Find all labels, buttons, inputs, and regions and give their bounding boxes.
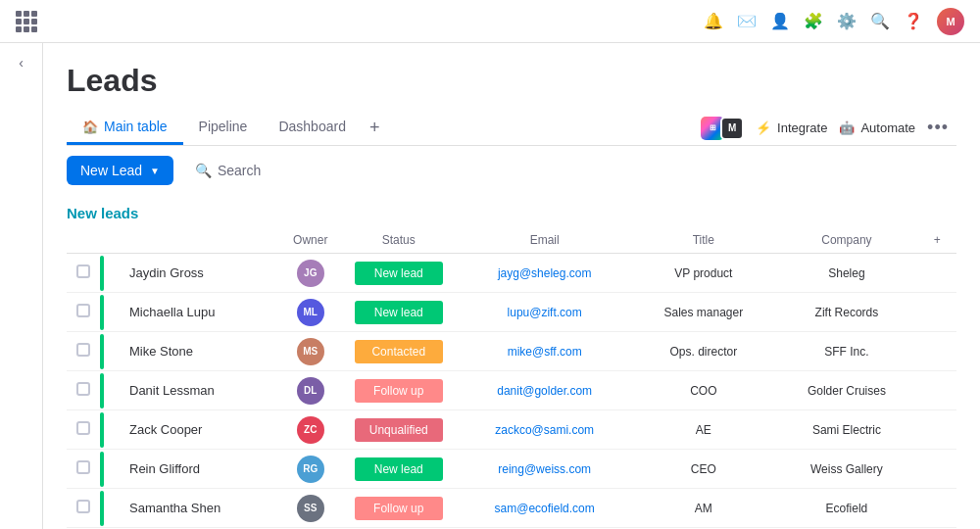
row-status[interactable]: Follow up [340, 371, 458, 410]
row-status[interactable]: Unqualified [340, 410, 458, 450]
row-status[interactable]: New lead [340, 293, 458, 332]
tab-pipeline[interactable]: Pipeline [183, 111, 264, 145]
checkbox-0[interactable] [76, 264, 90, 278]
row-checkbox[interactable] [67, 410, 100, 450]
search-nav-icon[interactable]: 🔍 [870, 12, 890, 30]
checkbox-5[interactable] [76, 460, 90, 474]
row-status[interactable]: New lead [340, 254, 458, 293]
row-status[interactable]: Contacted [340, 332, 458, 371]
page: Leads 🏠 Main table Pipeline Dashboard + [43, 43, 980, 529]
tab-dashboard[interactable]: Dashboard [263, 111, 362, 145]
owner-avatar: ZC [297, 416, 324, 444]
row-checkbox[interactable] [67, 489, 100, 528]
row-checkbox[interactable] [67, 254, 100, 293]
col-checkbox [67, 227, 100, 254]
row-email[interactable]: reing@weiss.com [458, 450, 632, 489]
row-name: Michaella Lupu [120, 293, 281, 332]
row-company: Ecofield [775, 489, 918, 528]
row-email[interactable]: zackco@sami.com [458, 410, 632, 450]
row-company: Sami Electric [775, 410, 918, 450]
user-add-icon[interactable]: 👤 [770, 12, 790, 30]
top-nav: 🔔 ✉️ 👤 🧩 ⚙️ 🔍 ❓ M [0, 0, 980, 43]
page-title: Leads [67, 63, 956, 99]
more-options-button[interactable]: ••• [927, 118, 949, 138]
nav-left [16, 11, 37, 32]
table-row[interactable]: Zack Cooper ZC Unqualified zackco@sami.c… [67, 410, 956, 450]
crm-icon: M [720, 117, 744, 140]
row-add [918, 254, 956, 293]
row-email[interactable]: lupu@zift.com [458, 293, 632, 332]
checkbox-3[interactable] [76, 382, 90, 396]
row-color-bar [100, 450, 120, 489]
table-row[interactable]: Jaydin Gross JG New lead jayg@sheleg.com… [67, 254, 956, 293]
row-name: Zack Cooper [120, 410, 281, 450]
row-name: Danit Lessman [120, 371, 281, 410]
puzzle-icon[interactable]: 🧩 [804, 12, 823, 30]
status-badge[interactable]: Unqualified [355, 418, 443, 442]
col-add[interactable]: + [918, 227, 956, 254]
col-color [100, 227, 120, 254]
automate-button[interactable]: 🤖 Automate [839, 120, 915, 135]
mail-icon[interactable]: ✉️ [737, 12, 757, 30]
col-company: Company [775, 227, 918, 254]
row-checkbox[interactable] [67, 332, 100, 371]
table-row[interactable]: Rein Glifford RG New lead reing@weiss.co… [67, 450, 956, 489]
row-email[interactable]: jayg@sheleg.com [458, 254, 632, 293]
integrate-button[interactable]: ⚡ Integrate [756, 120, 827, 135]
row-company: Zift Records [775, 293, 918, 332]
tab-main-table[interactable]: 🏠 Main table [67, 111, 183, 145]
owner-avatar: DL [297, 377, 324, 405]
row-name: Rein Glifford [120, 450, 281, 489]
table-row[interactable]: Danit Lessman DL Follow up danit@golder.… [67, 371, 956, 410]
status-badge[interactable]: Follow up [355, 497, 443, 520]
table-row[interactable]: Samantha Shen SS Follow up sam@ecofield.… [67, 489, 956, 528]
sidebar-chevron-icon[interactable]: ‹ [19, 55, 24, 71]
checkbox-2[interactable] [76, 343, 90, 357]
search-icon: 🔍 [195, 163, 212, 178]
table-row[interactable]: Mike Stone MS Contacted mike@sff.com Ops… [67, 332, 956, 371]
bell-icon[interactable]: 🔔 [704, 12, 723, 30]
row-email[interactable]: danit@golder.com [458, 371, 632, 410]
row-status[interactable]: New lead [340, 450, 458, 489]
table-row[interactable]: Michaella Lupu ML New lead lupu@zift.com… [67, 293, 956, 332]
search-button[interactable]: 🔍 Search [185, 157, 270, 184]
checkbox-1[interactable] [76, 304, 90, 317]
row-owner: ZC [281, 410, 340, 450]
new-lead-button[interactable]: New Lead ▼ [67, 156, 173, 185]
owner-avatar: RG [297, 456, 324, 483]
status-badge[interactable]: New lead [355, 457, 443, 481]
row-owner: JG [281, 254, 340, 293]
row-status[interactable]: Follow up [340, 489, 458, 528]
help-icon[interactable]: ❓ [904, 12, 923, 30]
add-tab-button[interactable]: + [362, 114, 388, 142]
row-email[interactable]: sam@ecofield.com [458, 489, 632, 528]
grid-icon[interactable] [16, 11, 37, 32]
row-company: Sheleg [775, 254, 918, 293]
row-checkbox[interactable] [67, 371, 100, 410]
status-badge[interactable]: New lead [355, 262, 443, 285]
row-title: Sales manager [632, 293, 776, 332]
row-color-bar [100, 371, 120, 410]
tabs-left: 🏠 Main table Pipeline Dashboard + [67, 111, 387, 145]
brand-logos: ⊞ M [701, 117, 744, 140]
row-color-bar [100, 489, 120, 528]
col-status: Status [340, 227, 458, 254]
checkbox-6[interactable] [76, 500, 90, 513]
row-owner: SS [281, 489, 340, 528]
checkbox-4[interactable] [76, 421, 90, 435]
row-add [918, 489, 956, 528]
row-checkbox[interactable] [67, 293, 100, 332]
status-badge[interactable]: Follow up [355, 379, 443, 403]
status-badge[interactable]: Contacted [355, 340, 443, 363]
toolbar: New Lead ▼ 🔍 Search [43, 146, 980, 195]
gear-icon[interactable]: ⚙️ [837, 12, 857, 30]
row-checkbox[interactable] [67, 450, 100, 489]
row-email[interactable]: mike@sff.com [458, 332, 632, 371]
status-badge[interactable]: New lead [355, 301, 443, 324]
row-name: Jaydin Gross [120, 254, 281, 293]
row-title: COO [632, 371, 776, 410]
user-avatar[interactable]: M [937, 8, 964, 35]
section-title: New leads [67, 195, 956, 227]
row-color-bar [100, 254, 120, 293]
row-company: Golder Cruises [775, 371, 918, 410]
